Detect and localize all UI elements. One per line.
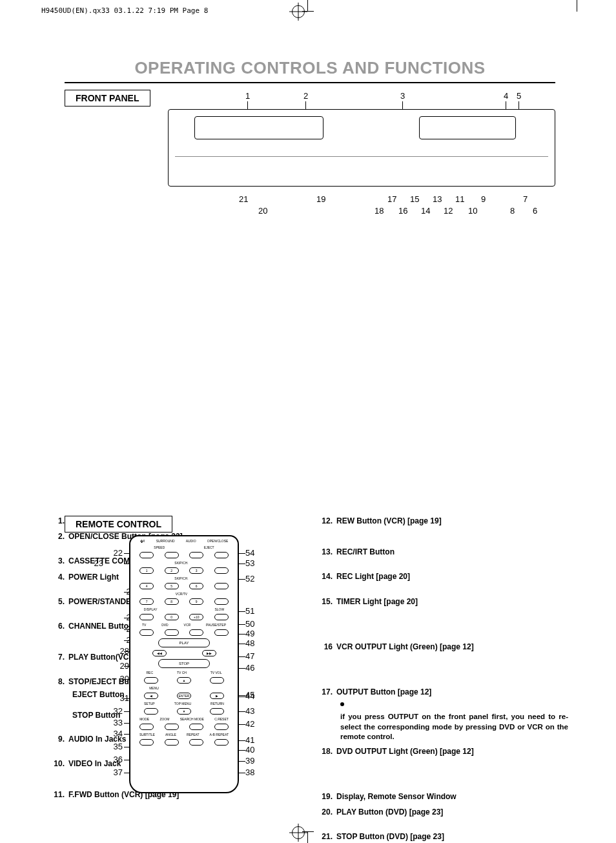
item-number: 14.	[320, 571, 336, 582]
item-text: POWER Light	[68, 572, 119, 582]
remote-btn-6: 6	[189, 583, 203, 589]
crop-mark	[307, 0, 308, 12]
note-text: if you press OUTPUT on the front panel f…	[340, 712, 568, 742]
remote-btn-8: 8	[165, 598, 179, 605]
remote-lbl-repeat: REPEAT	[187, 733, 200, 736]
remote-lbl-subtitle: SUBTITLE	[139, 733, 155, 736]
callout: 52	[245, 574, 254, 584]
list-item: 20.PLAY Button (DVD) [page 23]	[320, 807, 568, 817]
remote-btn	[139, 724, 154, 730]
remote-lbl-vcr: VCR	[184, 623, 191, 627]
callout: 11	[455, 194, 464, 204]
remote-btn	[189, 552, 203, 558]
remote-btn-play: PLAY	[158, 638, 210, 647]
remote-lbl-searchmode: SEARCH MODE	[180, 717, 204, 721]
item-number: 9.	[52, 734, 68, 744]
remote-lbl-rec: REC	[146, 671, 153, 675]
remote-btn	[139, 552, 154, 558]
title-underline	[65, 82, 555, 83]
remote-btn: ▲	[177, 677, 191, 684]
item-text: REW Button (VCR) [page 19]	[336, 516, 442, 526]
callout: 10	[468, 206, 477, 216]
callout: 37	[97, 767, 123, 777]
remote-btn	[139, 739, 154, 746]
item-number: 21.	[320, 831, 336, 842]
callout: 40	[245, 745, 254, 755]
item-number: 11.	[52, 789, 68, 800]
remote-btn	[214, 739, 229, 746]
remote-control-label: REMOTE CONTROL	[65, 516, 172, 533]
callout: 33	[97, 718, 123, 727]
item-text: REC/IRT Button	[336, 547, 395, 557]
item-number: 17.	[320, 687, 336, 697]
item-text: TIMER Light [page 20]	[336, 596, 418, 607]
item-text: REC Light [page 20]	[336, 571, 410, 582]
header-slug: H9450UD(EN).qx33 03.1.22 7:19 PM Page 8	[41, 6, 208, 15]
remote-btn-power: ⏻/I	[140, 539, 145, 543]
remote-btn-9: 9	[189, 598, 203, 605]
item-number: 15.	[320, 596, 336, 607]
callout: 42	[245, 719, 254, 729]
callout: 9	[481, 194, 486, 204]
front-panel-diagram: FRONT PANEL 1 2 3 4 5 21 19 17 15 13 11 …	[52, 90, 568, 219]
item-number: 8.	[52, 676, 68, 687]
callout: 13	[433, 194, 442, 204]
item-number: 2.	[52, 531, 68, 542]
crop-mark	[577, 0, 577, 12]
callout: 20	[258, 206, 267, 216]
remote-lbl: AUDIO	[186, 539, 196, 543]
callout: 15	[410, 194, 419, 204]
remote-lbl-zoom: ZOOM	[159, 717, 169, 721]
right-column: 12.REW Button (VCR) [page 19]13.REC/IRT …	[320, 516, 568, 843]
item-number: 6.	[52, 621, 68, 631]
callout: 36	[97, 755, 123, 764]
remote-lbl: EJECT	[204, 545, 214, 549]
item-text: DVD OUTPUT Light (Green) [page 12]	[336, 746, 474, 757]
item-number: 4.	[52, 572, 68, 582]
callout: 47	[245, 651, 254, 661]
remote-btn	[189, 629, 203, 636]
callout: 5	[517, 91, 521, 101]
list-item: 12.REW Button (VCR) [page 19]	[320, 516, 568, 526]
remote-btn	[144, 708, 158, 715]
front-panel-label: FRONT PANEL	[65, 90, 150, 107]
remote-lbl: SPEED	[154, 545, 165, 549]
remote-btn	[139, 629, 154, 636]
remote-btn-stop: STOP	[158, 659, 210, 668]
remote-lbl-display: DISPLAY	[144, 607, 158, 611]
remote-lbl-return: RETURN	[210, 702, 224, 706]
remote-lbl-skip: SKIP/CH.	[130, 561, 232, 565]
list-item: 18.DVD OUTPUT Light (Green) [page 12]	[320, 746, 568, 757]
remote-btn-plus10: +10	[189, 614, 203, 620]
callout: 54	[245, 548, 254, 558]
cassette-slot-icon	[419, 116, 516, 139]
remote-btn	[214, 724, 229, 730]
item-text: PLAY Button (DVD) [page 23]	[336, 807, 443, 817]
page-title: OPERATING CONTROLS AND FUNCTIONS	[52, 58, 568, 78]
remote-lbl-skip: SKIP/CH.	[130, 576, 232, 580]
callout: 41	[245, 735, 254, 745]
remote-btn	[139, 614, 154, 620]
callout: 6	[533, 206, 537, 216]
remote-btn: ▼	[177, 708, 191, 715]
list-item: 19.Display, Remote Sensor Window	[320, 791, 568, 802]
callout: 3	[400, 91, 405, 101]
remote-lbl-abrepeat: A-B REPEAT	[210, 733, 229, 736]
callout: 44	[245, 691, 254, 701]
item-number: 7.	[52, 652, 68, 662]
remote-lbl: TV	[142, 623, 146, 627]
device-lower-controls	[175, 156, 548, 182]
callout: 12	[444, 206, 453, 216]
remote-btn	[214, 629, 229, 636]
callout: 39	[245, 756, 254, 766]
remote-lbl-setup: SETUP	[144, 702, 155, 706]
remote-btn	[189, 739, 203, 746]
remote-btn-enter: ENTER	[177, 693, 191, 699]
item-number: 18.	[320, 746, 336, 757]
remote-btn-4: 4	[139, 583, 154, 589]
remote-lbl: TV CH	[177, 671, 187, 675]
remote-lbl-vcrtv: VCR/TV	[130, 592, 232, 596]
remote-lbl: C.RESET	[214, 717, 229, 721]
callout: 14	[421, 206, 430, 216]
bullet-dot	[340, 702, 344, 706]
